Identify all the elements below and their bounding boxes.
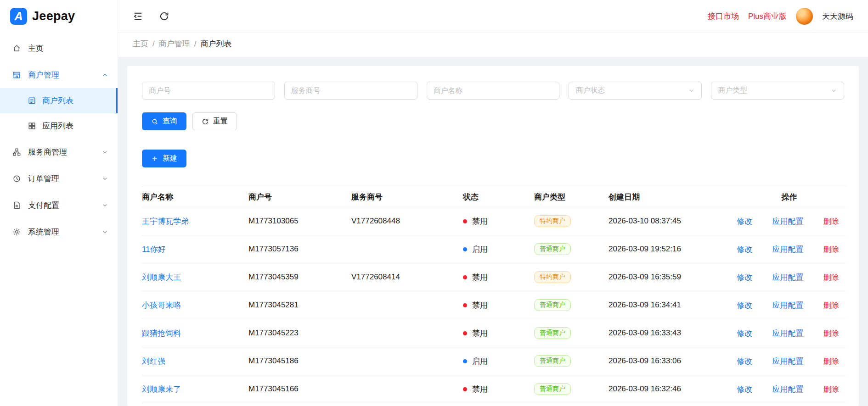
sidebar-item-label: 订单管理 [28, 173, 59, 184]
action-delete-link[interactable]: 删除 [823, 384, 839, 395]
action-delete-link[interactable]: 删除 [823, 244, 839, 255]
action-app-config-link[interactable]: 应用配置 [772, 328, 804, 339]
status-cell: 启用 [463, 235, 534, 263]
status-cell: 启用 [463, 347, 534, 375]
merchant-name-link[interactable]: 刘顺康来了 [142, 385, 181, 394]
action-delete-link[interactable]: 删除 [823, 328, 839, 339]
refresh-icon[interactable] [159, 11, 169, 22]
chevron-down-icon [101, 202, 108, 209]
sidebar-item-label: 支付配置 [28, 200, 59, 211]
created-cell: 2026-03-10 08:37:45 [609, 207, 737, 235]
action-edit-link[interactable]: 修改 [737, 216, 752, 227]
created-cell: 2026-03-09 19:52:16 [609, 235, 737, 263]
merchant-no-input[interactable] [149, 87, 268, 95]
search-button[interactable]: 查询 [142, 112, 186, 130]
isv-no-cell [351, 235, 463, 263]
sidebar-subitem-label: 应用列表 [42, 121, 73, 131]
sidebar-item-app-list[interactable]: 应用列表 [0, 113, 118, 139]
api-market-link[interactable]: 接口市场 [708, 11, 739, 22]
action-app-config-link[interactable]: 应用配置 [772, 300, 804, 311]
status-label: 禁用 [472, 384, 488, 395]
plus-edition-link[interactable]: Plus商业版 [748, 11, 787, 22]
merchant-name-link[interactable]: 刘顺康大王 [142, 273, 181, 282]
merchant-type-select[interactable]: 商户类型 [711, 82, 844, 100]
table-header: 商户名称 商户号 服务商号 状态 商户类型 创建日期 操作 [142, 187, 845, 207]
status-dot-icon [463, 219, 467, 223]
username[interactable]: 天天源码 [822, 11, 853, 22]
isv-no-cell [351, 375, 463, 403]
created-cell: 2026-03-09 16:32:46 [609, 375, 737, 403]
sidebar-item-merchant-list[interactable]: 商户列表 [0, 88, 118, 113]
status-cell: 禁用 [463, 263, 534, 291]
isv-no-cell: V1772608448 [351, 207, 463, 235]
breadcrumb-separator: / [152, 39, 155, 49]
order-icon [12, 174, 21, 183]
status-label: 启用 [472, 356, 488, 367]
reset-button[interactable]: 重置 [192, 112, 237, 130]
action-edit-link[interactable]: 修改 [737, 272, 752, 283]
breadcrumb-item-home[interactable]: 主页 [133, 39, 148, 49]
action-delete-link[interactable]: 删除 [823, 216, 839, 227]
sidebar-item-system-management[interactable]: 系统管理 [0, 218, 118, 245]
type-cell: 普通商户 [534, 375, 609, 403]
main-area: 接口市场 Plus商业版 天天源码 主页 / 商户管理 / 商户列表 [118, 0, 868, 406]
status-cell: 禁用 [463, 291, 534, 319]
isv-no-cell [351, 319, 463, 347]
actions-cell: 修改应用配置删除 [737, 291, 845, 319]
status-label: 禁用 [472, 216, 488, 227]
sidebar-item-merchant-management[interactable]: 商户管理 [0, 61, 118, 88]
merchant-status-placeholder: 商户状态 [575, 86, 688, 95]
action-app-config-link[interactable]: 应用配置 [772, 384, 804, 395]
col-merchant-name: 商户名称 [142, 187, 248, 207]
actions-cell: 修改应用配置删除 [737, 263, 845, 291]
menu-fold-icon[interactable] [133, 11, 143, 22]
brand-logo[interactable]: A Jeepay [0, 0, 118, 32]
status-label: 禁用 [472, 300, 488, 311]
action-edit-link[interactable]: 修改 [737, 356, 752, 367]
merchant-type-badge: 普通商户 [534, 243, 571, 255]
new-merchant-button[interactable]: 新建 [142, 150, 186, 167]
type-cell: 普通商户 [534, 291, 609, 319]
action-delete-link[interactable]: 删除 [823, 356, 839, 367]
action-app-config-link[interactable]: 应用配置 [772, 356, 804, 367]
action-edit-link[interactable]: 修改 [737, 300, 752, 311]
chevron-down-icon [830, 87, 837, 94]
merchant-name-link[interactable]: 刘红强 [142, 357, 165, 366]
merchant-list-card: 商户状态 商户类型 查询 重置 [127, 66, 859, 406]
sidebar-item-isv-management[interactable]: 服务商管理 [0, 139, 118, 165]
action-app-config-link[interactable]: 应用配置 [772, 244, 804, 255]
sidebar-item-home[interactable]: 主页 [0, 35, 118, 61]
sidebar-item-order-management[interactable]: 订单管理 [0, 165, 118, 192]
type-cell: 特约商户 [534, 263, 609, 291]
status-dot-icon [463, 387, 467, 391]
action-edit-link[interactable]: 修改 [737, 328, 752, 339]
status-dot-icon [463, 247, 467, 251]
action-delete-link[interactable]: 删除 [823, 272, 839, 283]
brand-name: Jeepay [32, 9, 75, 23]
merchant-name-input[interactable] [434, 87, 553, 95]
merchant-name-link[interactable]: 跟猪抢饲料 [142, 329, 181, 338]
sidebar: A Jeepay 主页 商户管理 商户列表 应用列表 [0, 0, 118, 406]
action-delete-link[interactable]: 删除 [823, 300, 839, 311]
status-cell: 禁用 [463, 375, 534, 403]
status-label: 禁用 [472, 272, 488, 283]
toolbar: 新建 [142, 150, 844, 167]
avatar[interactable] [796, 8, 813, 25]
isv-no-input[interactable] [291, 87, 411, 95]
status-label: 启用 [472, 244, 488, 255]
merchant-type-badge: 特约商户 [534, 215, 571, 227]
sidebar-item-payment-config[interactable]: 支付配置 [0, 192, 118, 218]
action-edit-link[interactable]: 修改 [737, 244, 752, 255]
merchant-status-select[interactable]: 商户状态 [569, 82, 702, 100]
merchant-name-link[interactable]: 小孩哥来咯 [142, 301, 181, 310]
merchant-name-link[interactable]: 11你好 [142, 245, 166, 254]
breadcrumb-item-merchant-management[interactable]: 商户管理 [159, 39, 190, 49]
action-app-config-link[interactable]: 应用配置 [772, 216, 804, 227]
action-app-config-link[interactable]: 应用配置 [772, 272, 804, 283]
sidebar-item-label: 商户管理 [28, 70, 59, 80]
search-button-label: 查询 [163, 117, 177, 126]
actions-cell: 修改应用配置删除 [737, 347, 845, 375]
action-edit-link[interactable]: 修改 [737, 384, 752, 395]
plus-icon [151, 155, 158, 162]
merchant-name-link[interactable]: 王宇博瓦学弟 [142, 217, 189, 226]
